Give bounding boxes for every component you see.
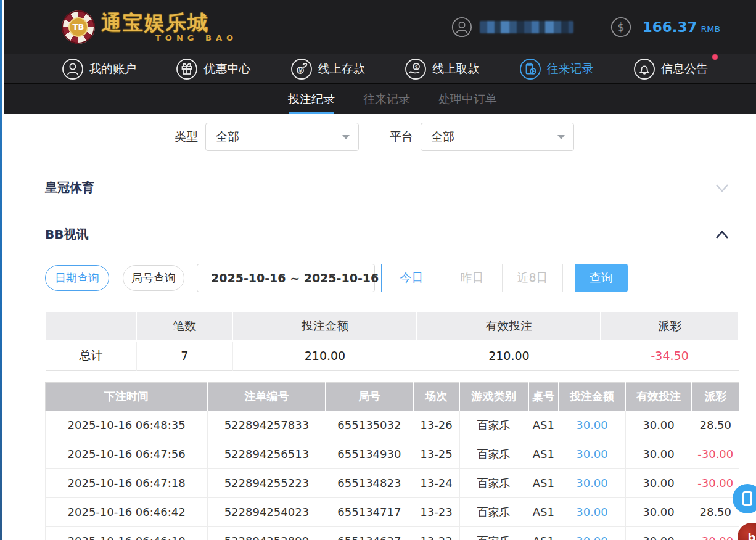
search-button[interactable]: 查询 (575, 264, 628, 292)
chevron-down-icon (557, 135, 565, 139)
section-bb-video[interactable]: BB视讯 (4, 213, 756, 256)
summary-total-label: 总计 (46, 341, 136, 370)
cell: 28.50 (692, 411, 739, 440)
table-row: 2025-10-16 06:47:18522894255223655134823… (46, 468, 739, 497)
col-round-number: 局号 (326, 382, 413, 411)
cell: 655134823 (326, 468, 413, 497)
bet-records-table: 下注时间 注单编号 局号 场次 游戏类别 桌号 投注金额 有效投注 派彩 202… (45, 382, 739, 540)
nav-item-my-account[interactable]: 我的账户 (62, 58, 136, 80)
summary-bet-amount: 210.00 (232, 341, 417, 370)
cell: AS1 (528, 497, 559, 526)
bet-amount-link[interactable]: 30.00 (576, 448, 608, 460)
notification-dot (712, 54, 718, 60)
col-valid-bet: 有效投注 (625, 382, 692, 411)
svg-text:$: $ (617, 21, 624, 33)
cell: 522894254023 (208, 497, 326, 526)
coin-dollar-icon: $ (610, 17, 631, 38)
section-divider (45, 211, 739, 211)
summary-header-payout: 派彩 (601, 311, 739, 341)
cell: 30.00 (625, 411, 692, 440)
top-header: TB 通宝娱乐城 TONG BAO $ (4, 0, 756, 54)
round-query-button[interactable]: 局号查询 (123, 265, 184, 291)
bet-amount-link[interactable]: 30.00 (576, 534, 608, 540)
yesterday-button[interactable]: 昨日 (442, 264, 503, 292)
cell: 2025-10-16 06:47:18 (46, 468, 208, 497)
tab-processing-orders[interactable]: 处理中订单 (437, 84, 498, 114)
nav-label: 线上取款 (432, 61, 479, 77)
page: TB 通宝娱乐城 TONG BAO $ (0, 0, 756, 540)
summary-table: 笔数 投注金额 有效投注 派彩 总计 7 210.00 210.00 -34.5… (45, 311, 739, 371)
nav-item-withdraw[interactable]: $ 线上取款 (405, 58, 479, 80)
nav-label: 信息公告 (661, 61, 708, 77)
cell: -30.00 (692, 526, 739, 540)
chevron-down-icon (342, 135, 350, 139)
nav-item-records[interactable]: 往来记录 (519, 58, 594, 80)
nav-label: 线上存款 (318, 61, 365, 77)
cell: 13-23 (413, 497, 459, 526)
cell: 2025-10-16 06:46:10 (46, 526, 208, 540)
cell: 655134930 (326, 440, 413, 468)
table-row: 2025-10-16 06:47:56522894256513655134930… (46, 440, 739, 468)
brand-logo[interactable]: TB 通宝娱乐城 TONG BAO (62, 10, 237, 44)
date-range-input[interactable]: 2025-10-16 ~ 2025-10-16 (197, 264, 375, 292)
balance[interactable]: 166.37 RMB (643, 19, 720, 35)
summary-header-count: 笔数 (136, 311, 232, 341)
table-row: 2025-10-16 06:46:10522894252899655134627… (46, 526, 739, 540)
table-row: 2025-10-16 06:48:35522894257833655135032… (46, 411, 739, 440)
cell: 百家乐 (459, 411, 528, 440)
withdraw-icon: $ (405, 58, 427, 80)
records-icon (519, 58, 541, 80)
today-button[interactable]: 今日 (381, 264, 442, 292)
bet-amount-link[interactable]: 30.00 (576, 419, 608, 432)
bet-amount-link[interactable]: 30.00 (576, 477, 608, 489)
table-row: 2025-10-16 06:46:42522894254023655134717… (46, 497, 739, 526)
bell-icon (633, 58, 655, 80)
cell: 百家乐 (459, 440, 528, 468)
cell: 655135032 (326, 411, 413, 440)
chevron-down-icon (715, 184, 729, 192)
cell: 30.00 (625, 497, 692, 526)
platform-select[interactable]: 全部 (421, 123, 574, 151)
nav-item-deposit[interactable]: ¥ 线上存款 (290, 58, 365, 80)
svg-text:¥: ¥ (298, 67, 302, 73)
background-edge-strip (0, 0, 4, 540)
section-title: BB视讯 (45, 226, 89, 243)
type-select-value: 全部 (216, 129, 239, 145)
main-nav: 我的账户 优惠中心 ¥ 线上存款 (4, 54, 756, 84)
nav-label: 往来记录 (547, 61, 594, 77)
cell: 百家乐 (459, 468, 528, 497)
cell: 28.50 (692, 497, 739, 526)
nav-label: 优惠中心 (203, 61, 250, 77)
col-session: 场次 (413, 382, 459, 411)
user-cluster[interactable] (451, 17, 573, 38)
cell: 13-24 (413, 468, 459, 497)
nav-item-promotions[interactable]: 优惠中心 (176, 58, 250, 80)
cell: -30.00 (692, 468, 739, 497)
tab-transaction-records[interactable]: 往来记录 (362, 84, 411, 114)
cell: 655134717 (326, 497, 413, 526)
last-8-days-button[interactable]: 近8日 (502, 264, 563, 292)
col-table-number: 桌号 (528, 382, 559, 411)
tab-bet-records[interactable]: 投注纪录 (287, 84, 336, 114)
summary-header-valid-bet: 有效投注 (417, 311, 601, 341)
summary-header-empty (46, 311, 136, 341)
date-query-button[interactable]: 日期查询 (45, 265, 109, 291)
cell: 522894257833 (208, 411, 326, 440)
poker-chip-icon: TB (62, 10, 95, 44)
bet-amount-link[interactable]: 30.00 (576, 505, 608, 518)
account-icon (62, 58, 84, 80)
cell: 655134627 (326, 526, 413, 540)
nav-item-announcements[interactable]: 信息公告 (633, 58, 708, 80)
balance-currency: RMB (701, 24, 720, 34)
deposit-icon: ¥ (290, 58, 313, 80)
query-bar: 日期查询 局号查询 2025-10-16 ~ 2025-10-16 (45, 264, 756, 292)
summary-header-bet-amount: 投注金额 (232, 311, 417, 341)
quick-range-group: 今日 昨日 近8日 (381, 264, 563, 292)
cell: -30.00 (692, 440, 739, 468)
svg-text:$: $ (414, 63, 418, 70)
platform-filter-label: 平台 (390, 129, 413, 145)
section-crown-sports[interactable]: 皇冠体育 (4, 166, 756, 210)
col-bet-amount: 投注金额 (559, 382, 625, 411)
type-select[interactable]: 全部 (205, 123, 359, 151)
balance-amount: 166.37 (643, 19, 697, 35)
